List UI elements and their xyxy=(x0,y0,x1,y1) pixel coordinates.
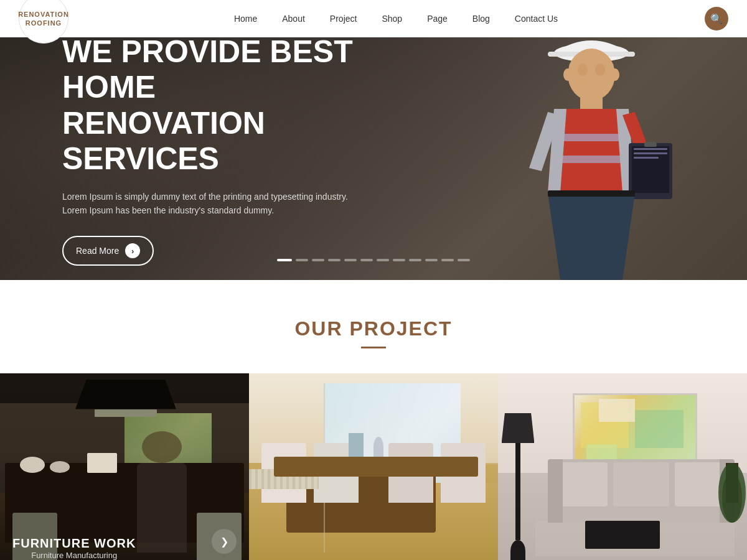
slider-dot-4[interactable] xyxy=(328,259,341,261)
svg-point-8 xyxy=(611,68,619,81)
svg-rect-15 xyxy=(634,152,667,154)
svg-rect-16 xyxy=(634,157,659,159)
hero-section: WELCOME TO HOME RENOVATION WE PROVIDE BE… xyxy=(0,0,747,280)
our-project-section: OUR PROJECT xyxy=(0,280,747,560)
svg-rect-18 xyxy=(548,190,635,197)
slider-dot-11[interactable] xyxy=(441,259,454,261)
card1-next-button[interactable]: ❯ xyxy=(212,529,237,554)
chevron-right-icon: ❯ xyxy=(220,536,228,548)
svg-point-5 xyxy=(578,63,588,76)
nav-home[interactable]: Home xyxy=(234,14,257,24)
slider-dot-12[interactable] xyxy=(458,259,470,261)
card1-title: FURNITURE WORK xyxy=(12,536,136,551)
nav-page[interactable]: Page xyxy=(427,14,448,24)
svg-point-4 xyxy=(568,49,615,101)
slider-dot-8[interactable] xyxy=(393,259,405,261)
slider-dot-5[interactable] xyxy=(344,259,357,261)
project-card-2 xyxy=(249,373,498,560)
svg-rect-14 xyxy=(634,148,667,150)
header: RENOVATIONROOFING Home About Project Sho… xyxy=(0,0,747,37)
slider-dot-7[interactable] xyxy=(377,259,389,261)
arrow-icon: › xyxy=(125,243,140,258)
read-more-button[interactable]: Read More › xyxy=(62,236,154,266)
nav-about[interactable]: About xyxy=(282,14,305,24)
slider-dot-10[interactable] xyxy=(425,259,438,261)
project-card-1: FURNITURE WORK Furniture Manufacturing ❯ xyxy=(0,373,249,560)
card2-image xyxy=(249,373,498,560)
logo[interactable]: RENOVATIONROOFING xyxy=(19,0,68,44)
project-grid: FURNITURE WORK Furniture Manufacturing ❯ xyxy=(0,373,747,560)
slider-dot-6[interactable] xyxy=(360,259,373,261)
svg-point-6 xyxy=(595,63,605,76)
nav-contact[interactable]: Contact Us xyxy=(515,14,558,24)
svg-rect-11 xyxy=(553,156,630,163)
card3-image xyxy=(498,373,747,560)
search-button[interactable]: 🔍 xyxy=(705,7,728,30)
slider-dot-2[interactable] xyxy=(296,259,308,261)
card1-subtitle: Furniture Manufacturing xyxy=(12,551,136,560)
read-more-label: Read More xyxy=(76,246,119,256)
slider-dot-9[interactable] xyxy=(409,259,421,261)
nav-blog[interactable]: Blog xyxy=(472,14,490,24)
slider-dots xyxy=(277,259,470,261)
nav-shop[interactable]: Shop xyxy=(382,14,402,24)
hero-content: WELCOME TO HOME RENOVATION WE PROVIDE BE… xyxy=(0,0,423,280)
project-card-3 xyxy=(498,373,747,560)
section-title-underline xyxy=(361,347,386,348)
main-nav: Home About Project Shop Page Blog Contac… xyxy=(87,14,705,24)
section-title: OUR PROJECT xyxy=(0,317,747,340)
brand-name: RENOVATIONROOFING xyxy=(18,10,69,28)
hero-title: WE PROVIDE BEST HOME RENOVATION SERVICES xyxy=(62,34,361,177)
hero-worker-image xyxy=(498,19,685,280)
svg-rect-17 xyxy=(644,142,657,147)
search-icon: 🔍 xyxy=(710,13,723,25)
slider-dot-3[interactable] xyxy=(312,259,324,261)
nav-project[interactable]: Project xyxy=(330,14,357,24)
card1-info: FURNITURE WORK Furniture Manufacturing xyxy=(12,536,136,560)
svg-point-7 xyxy=(563,68,572,81)
slider-dot-1[interactable] xyxy=(277,259,292,261)
hero-description: Lorem Ipsum is simply dummy text of the … xyxy=(62,190,361,218)
svg-rect-9 xyxy=(580,97,603,110)
